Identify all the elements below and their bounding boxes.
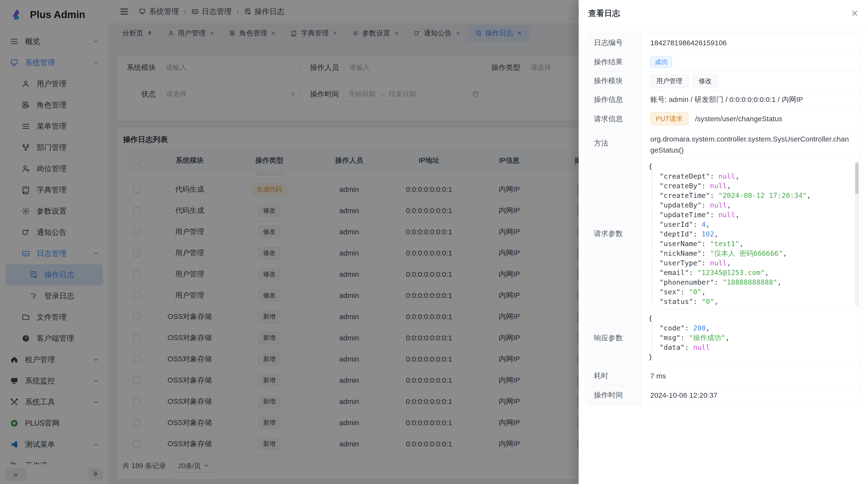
log-id-value: 1842781986426159106 <box>650 39 727 47</box>
code-line: "updateTime": null, <box>648 210 860 220</box>
detail-row-request: 请求信息 PUT请求 /system/user/changeStatus <box>586 109 861 129</box>
detail-row-request-params: 请求参数 {"createDept": null,"createBy": nul… <box>586 158 861 310</box>
detail-row-response-params: 响应参数 {"code": 200,"msg": "操作成功","data": … <box>586 310 861 366</box>
code-line: "createTime": "2024-08-12 17:20:34", <box>648 191 860 200</box>
detail-row-method: 方法 org.dromara.system.controller.system.… <box>586 129 861 158</box>
view-log-drawer: 查看日志 ✕ 日志编号 1842781986426159106 操作结果 成功 … <box>579 0 868 484</box>
response-json-code: {"code": 200,"msg": "操作成功","data": null} <box>648 310 860 366</box>
detail-row-result: 操作结果 成功 <box>586 53 861 72</box>
drawer-title: 查看日志 <box>588 8 620 19</box>
code-scrollbar-thumb[interactable] <box>855 163 859 194</box>
detail-row-cost: 耗时 7 ms <box>586 366 861 385</box>
close-icon[interactable]: ✕ <box>851 9 858 18</box>
code-line: { <box>648 162 860 171</box>
code-line: "email": "12345@1253.com", <box>648 268 860 278</box>
indent-guide <box>652 172 652 306</box>
code-line: "updateBy": null, <box>648 200 860 210</box>
success-tag: 成功 <box>650 56 672 68</box>
code-line: "userType": null, <box>648 258 860 268</box>
module-tag: 用户管理 <box>650 74 688 88</box>
code-line: "nickName": "仅本人 密码666666", <box>648 249 860 258</box>
detail-row-module: 操作模块 用户管理 修改 <box>586 72 861 90</box>
code-line: "data": null <box>648 343 860 352</box>
code-line: "userName": "test1", <box>648 239 860 249</box>
drawer-header: 查看日志 ✕ <box>579 0 868 27</box>
request-path: /system/user/changeStatus <box>695 115 782 123</box>
detail-row-info: 操作信息 账号: admin / 研发部门 / 0:0:0:0:0:0:0:1 … <box>586 90 861 109</box>
detail-row-logid: 日志编号 1842781986426159106 <box>586 33 861 53</box>
detail-row-time: 操作时间 2024-10-06 12:20:37 <box>586 385 861 405</box>
code-line: "code": 200, <box>648 323 860 333</box>
code-line: "createBy": null, <box>648 181 860 191</box>
indent-guide <box>652 324 652 354</box>
code-line: "userId": 4, <box>648 220 860 229</box>
request-json-code: {"createDept": null,"createBy": null,"cr… <box>648 158 860 310</box>
code-scrollbar[interactable] <box>855 161 859 306</box>
code-line: "msg": "操作成功", <box>648 333 860 343</box>
log-detail-table: 日志编号 1842781986426159106 操作结果 成功 操作模块 用户… <box>585 33 861 405</box>
code-line: } <box>648 352 860 362</box>
code-line: "sex": "0", <box>648 287 860 297</box>
put-method-tag: PUT请求 <box>650 112 688 126</box>
code-line: "createDept": null, <box>648 171 860 181</box>
code-line: { <box>648 314 860 323</box>
action-tag: 修改 <box>693 74 718 88</box>
code-line: "status": "0", <box>648 297 860 306</box>
code-line: "deptId": 102, <box>648 229 860 239</box>
code-line: "phonenumber": "18888888888", <box>648 278 860 287</box>
method-value: org.dromara.system.controller.system.Sys… <box>650 135 849 154</box>
